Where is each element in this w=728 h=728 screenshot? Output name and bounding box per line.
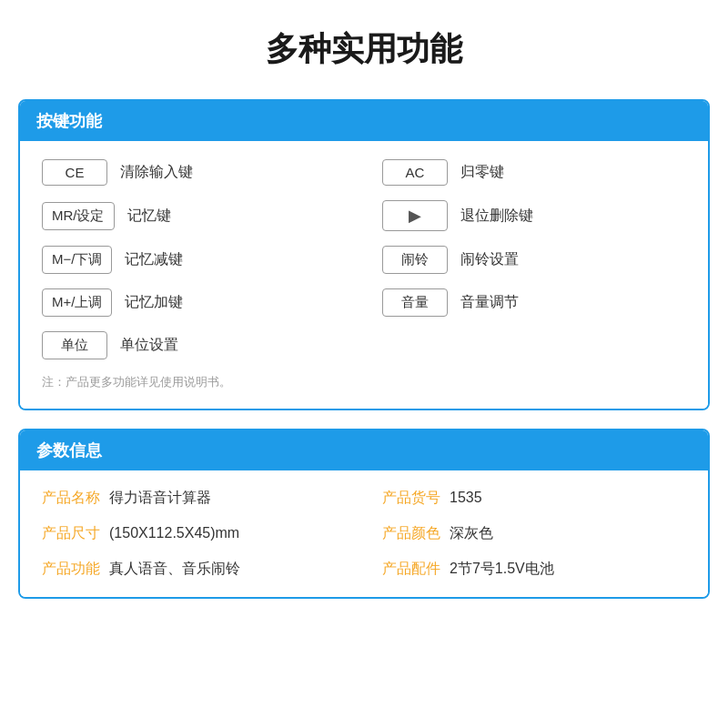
key-row-empty	[382, 331, 686, 359]
key-desc-volume: 音量调节	[460, 293, 519, 312]
param-label-func: 产品功能	[42, 560, 100, 579]
key-row-volume: 音量 音量调节	[382, 288, 686, 317]
key-box-ce: CE	[42, 159, 107, 186]
key-row-mminus: M−/下调 记忆减键	[42, 246, 346, 274]
param-value-func: 真人语音、音乐闹铃	[109, 560, 240, 579]
key-box-mminus: M−/下调	[42, 246, 112, 274]
param-value-size: (150X112.5X45)mm	[109, 525, 239, 541]
param-label-acc: 产品配件	[382, 560, 440, 579]
param-row-func: 产品功能 真人语音、音乐闹铃	[42, 560, 346, 579]
key-desc-play: 退位删除键	[460, 207, 533, 226]
page-title: 多种实用功能	[18, 18, 710, 81]
key-desc-ce: 清除输入键	[120, 163, 193, 182]
param-row-name: 产品名称 得力语音计算器	[42, 489, 346, 508]
key-desc-unit: 单位设置	[120, 336, 178, 355]
key-box-volume: 音量	[382, 288, 448, 317]
params-grid: 产品名称 得力语音计算器 产品货号 1535 产品尺寸 (150X112.5X4…	[42, 489, 686, 579]
key-row-ac: AC 归零键	[382, 159, 686, 186]
param-value-color: 深灰色	[450, 524, 493, 543]
key-row-mr: MR/设定 记忆键	[42, 200, 346, 231]
param-label-name: 产品名称	[42, 489, 100, 508]
key-box-play: ▶	[382, 200, 448, 231]
param-row-num: 产品货号 1535	[382, 489, 686, 508]
key-row-ce: CE 清除输入键	[42, 159, 346, 186]
key-row-unit: 单位 单位设置	[42, 331, 346, 359]
key-desc-mminus: 记忆减键	[125, 250, 183, 269]
key-row-mplus: M+/上调 记忆加键	[42, 288, 346, 317]
param-value-acc: 2节7号1.5V电池	[450, 560, 554, 579]
param-label-color: 产品颜色	[382, 524, 440, 543]
key-grid: CE 清除输入键 AC 归零键 MR/设定 记忆键 ▶ 退位删除键 M−/下调 …	[42, 159, 686, 359]
params-section: 参数信息 产品名称 得力语音计算器 产品货号 1535 产品尺寸 (150X11…	[18, 429, 710, 599]
param-row-color: 产品颜色 深灰色	[382, 524, 686, 543]
param-value-num: 1535	[450, 490, 482, 506]
param-label-size: 产品尺寸	[42, 524, 100, 543]
key-row-play: ▶ 退位删除键	[382, 200, 686, 231]
key-desc-mplus: 记忆加键	[125, 293, 183, 312]
key-box-ac: AC	[382, 159, 448, 186]
key-note: 注：产品更多功能详见使用说明书。	[42, 374, 686, 390]
params-section-header: 参数信息	[20, 430, 708, 470]
key-section-header: 按键功能	[20, 101, 708, 141]
param-row-acc: 产品配件 2节7号1.5V电池	[382, 560, 686, 579]
key-desc-alarm: 闹铃设置	[460, 250, 519, 269]
param-value-name: 得力语音计算器	[109, 489, 211, 508]
key-desc-ac: 归零键	[460, 163, 504, 182]
key-section: 按键功能 CE 清除输入键 AC 归零键 MR/设定 记忆键 ▶ 退位删除键	[18, 99, 710, 410]
key-box-mr: MR/设定	[42, 202, 115, 230]
key-desc-mr: 记忆键	[127, 207, 171, 226]
key-box-mplus: M+/上调	[42, 288, 112, 317]
key-box-unit: 单位	[42, 331, 107, 359]
param-row-size: 产品尺寸 (150X112.5X45)mm	[42, 524, 346, 543]
param-label-num: 产品货号	[382, 489, 440, 508]
key-row-alarm: 闹铃 闹铃设置	[382, 246, 686, 274]
key-box-alarm: 闹铃	[382, 246, 448, 274]
